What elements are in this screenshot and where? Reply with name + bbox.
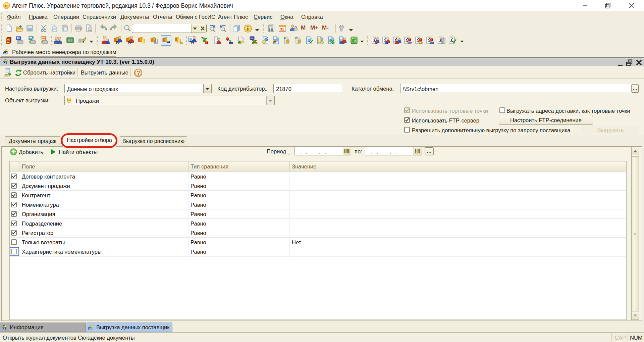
svg-text:31: 31 [280,27,284,31]
svg-text:?: ? [137,70,140,76]
svg-text:$: $ [69,39,71,42]
svg-text:1C: 1C [4,3,9,8]
